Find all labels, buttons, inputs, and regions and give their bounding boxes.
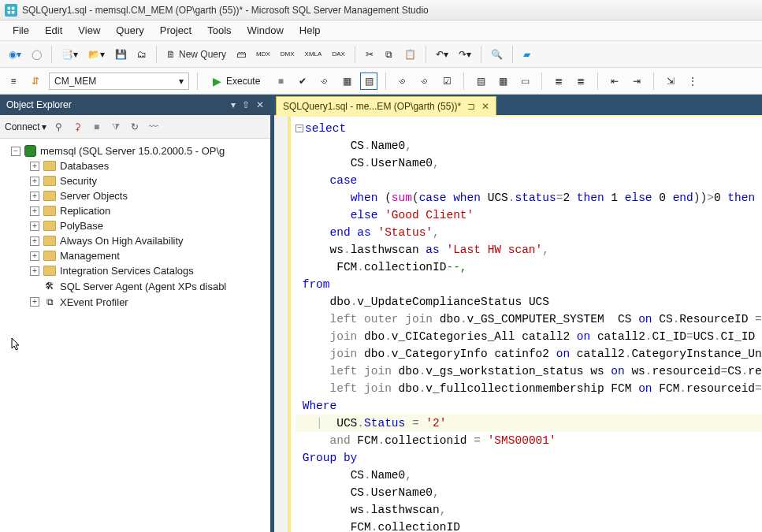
object-explorer-tree: − memsql (SQL Server 15.0.2000.5 - OP\g …: [0, 139, 270, 532]
connect-dropdown[interactable]: Connect ▾: [5, 121, 46, 132]
expand-icon[interactable]: +: [30, 162, 39, 171]
redo-button[interactable]: ↷▾: [455, 45, 475, 64]
pin-icon[interactable]: ⊐: [467, 101, 475, 112]
params-icon[interactable]: ⇵: [27, 73, 44, 90]
comment-icon[interactable]: ≣: [550, 73, 567, 90]
tree-label: Management: [60, 250, 120, 262]
save-all-button[interactable]: 🗂: [133, 45, 151, 64]
forward-button[interactable]: ◯: [28, 45, 46, 64]
outline-collapse-icon[interactable]: −: [296, 125, 303, 132]
more-icon[interactable]: ⋮: [684, 73, 701, 90]
play-icon: ▶: [213, 75, 221, 87]
db-engine-query-icon[interactable]: 🗃: [232, 45, 250, 64]
disconnect-icon[interactable]: ⚳: [72, 121, 84, 133]
collapse-icon[interactable]: −: [11, 147, 20, 156]
menu-view[interactable]: View: [70, 21, 108, 39]
menu-window[interactable]: Window: [240, 21, 292, 39]
server-node[interactable]: − memsql (SQL Server 15.0.2000.5 - OP\g: [3, 143, 267, 158]
open-button[interactable]: 📂▾: [84, 45, 109, 64]
tree-security[interactable]: +Security: [3, 173, 267, 188]
live-stats-icon[interactable]: ꩜: [416, 73, 433, 90]
toolbar-sep: [512, 46, 513, 63]
expand-icon[interactable]: +: [30, 236, 39, 246]
expand-icon[interactable]: +: [30, 221, 39, 231]
copy-button[interactable]: ⧉: [381, 45, 398, 64]
query-options-icon[interactable]: ▦: [338, 73, 355, 90]
dropdown-icon[interactable]: ▾: [231, 99, 236, 110]
tree-polybase[interactable]: +PolyBase: [3, 218, 267, 233]
new-item-button[interactable]: 📑▾: [58, 45, 82, 64]
menu-help[interactable]: Help: [292, 21, 329, 39]
xmla-icon[interactable]: XMLA: [301, 45, 326, 64]
expand-icon[interactable]: +: [30, 206, 39, 216]
filter-icon[interactable]: ⧩: [110, 121, 122, 133]
folder-icon: [43, 266, 56, 276]
close-icon[interactable]: ✕: [256, 99, 264, 110]
dax-icon[interactable]: DAX: [328, 45, 348, 64]
toolbar-sep: [597, 73, 598, 90]
uncomment-icon[interactable]: ≣: [572, 73, 589, 90]
menu-edit[interactable]: Edit: [37, 21, 70, 39]
tree-replication[interactable]: +Replication: [3, 203, 267, 218]
intellisense-icon[interactable]: ▤: [360, 73, 377, 90]
decrease-indent-icon[interactable]: ⇤: [606, 73, 623, 90]
pin-icon[interactable]: ⇧: [242, 99, 250, 110]
main-toolbar: ◉▾ ◯ 📑▾ 📂▾ 💾 🗂 🗎 New Query 🗃 MDX DMX XML…: [0, 41, 762, 68]
expand-icon[interactable]: +: [30, 192, 39, 201]
undo-button[interactable]: ↶▾: [432, 45, 452, 64]
menu-tools[interactable]: Tools: [199, 21, 239, 39]
xevent-icon: ⧉: [43, 296, 56, 308]
tree-server-objects[interactable]: +Server Objects: [3, 188, 267, 203]
save-button[interactable]: 💾: [111, 45, 131, 64]
tree-label: Server Objects: [60, 190, 128, 202]
folder-icon: [43, 176, 56, 186]
sql-editor[interactable]: −select CS.Name0, CS.UserName0, case whe…: [274, 115, 762, 532]
editor-tab[interactable]: SQLQuery1.sql - me...EM (OP\garth (55))*…: [276, 96, 496, 115]
paste-button[interactable]: 📋: [400, 45, 420, 64]
server-label: memsql (SQL Server 15.0.2000.5 - OP\g: [40, 145, 225, 157]
tree-databases[interactable]: +Databases: [3, 158, 267, 173]
increase-indent-icon[interactable]: ⇥: [628, 73, 645, 90]
back-button[interactable]: ◉▾: [5, 45, 25, 64]
database-combo[interactable]: CM_MEM ▾: [49, 73, 189, 90]
menu-query[interactable]: Query: [108, 21, 151, 39]
client-stats-icon[interactable]: ☑: [438, 73, 455, 90]
parse-button[interactable]: ✔: [294, 73, 311, 90]
results-grid-icon[interactable]: ▦: [494, 73, 511, 90]
estimated-plan-icon[interactable]: ꩜: [316, 73, 333, 90]
results-text-icon[interactable]: ▤: [472, 73, 489, 90]
execute-button[interactable]: ▶ Execute: [206, 73, 267, 90]
actual-plan-icon[interactable]: ꩜: [394, 73, 411, 90]
menu-project[interactable]: Project: [152, 21, 199, 39]
tree-always-on[interactable]: +Always On High Availability: [3, 233, 267, 248]
tree-xevent-profiler[interactable]: +⧉XEvent Profiler: [3, 294, 267, 310]
expand-icon[interactable]: +: [30, 266, 39, 276]
cut-button[interactable]: ✂: [361, 45, 378, 64]
results-file-icon[interactable]: ▭: [516, 73, 533, 90]
stop-button[interactable]: ■: [272, 73, 289, 90]
indent-icon[interactable]: ≡: [5, 73, 22, 90]
mdx-icon[interactable]: MDX: [252, 45, 274, 64]
toolbar-sep: [653, 73, 654, 90]
tab-label: SQLQuery1.sql - me...EM (OP\garth (55))*: [283, 101, 461, 112]
expand-icon[interactable]: +: [30, 251, 39, 261]
menu-file[interactable]: File: [5, 21, 37, 39]
execute-label: Execute: [226, 76, 260, 87]
folder-icon: [43, 206, 56, 216]
stop-icon[interactable]: ■: [91, 121, 103, 133]
connect-icon[interactable]: ⚲: [53, 121, 65, 133]
activity-icon[interactable]: 〰: [147, 121, 160, 133]
dmx-icon[interactable]: DMX: [277, 45, 299, 64]
close-icon[interactable]: ✕: [481, 101, 489, 112]
new-query-button[interactable]: 🗎 New Query: [162, 45, 230, 64]
tree-sql-server-agent[interactable]: 🛠SQL Server Agent (Agent XPs disabl: [3, 278, 267, 294]
specify-values-icon[interactable]: ⇲: [662, 73, 679, 90]
refresh-icon[interactable]: ↻: [128, 121, 141, 133]
tree-integration-services[interactable]: +Integration Services Catalogs: [3, 263, 267, 278]
tree-management[interactable]: +Management: [3, 248, 267, 263]
expand-icon[interactable]: +: [30, 177, 39, 186]
find-button[interactable]: 🔍: [487, 45, 507, 64]
launch-button[interactable]: ▰: [519, 45, 536, 64]
code-content[interactable]: −select CS.Name0, CS.UserName0, case whe…: [291, 117, 762, 532]
expand-icon[interactable]: +: [30, 297, 39, 307]
